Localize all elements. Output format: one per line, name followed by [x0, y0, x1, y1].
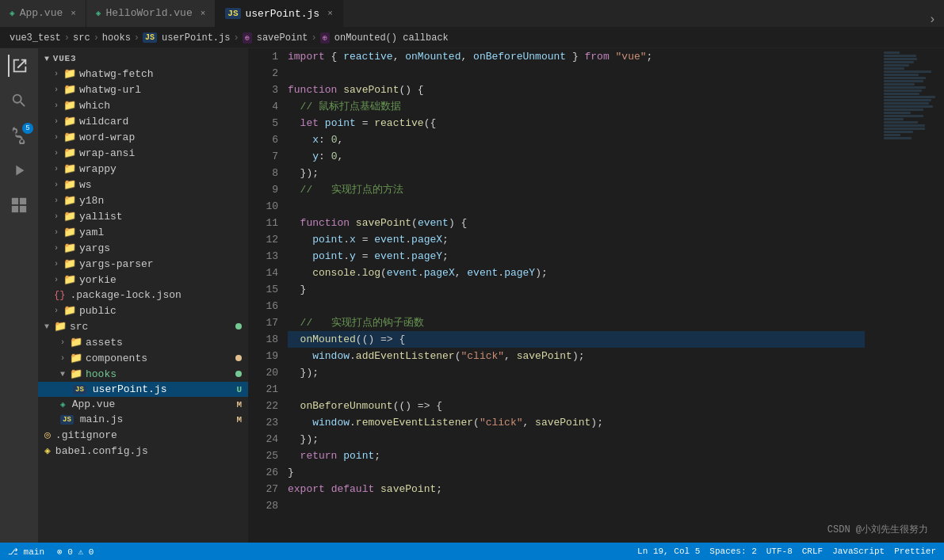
close-icon[interactable]: ×: [201, 9, 206, 18]
sidebar-section-header[interactable]: ▼ VUE3: [38, 51, 248, 66]
sidebar-item-gitignore[interactable]: ◎ .gitignore: [38, 427, 248, 443]
sidebar-item-label: src: [70, 321, 88, 333]
activity-debug[interactable]: [8, 159, 30, 181]
tab-app-vue[interactable]: ◈ App.vue ×: [0, 0, 86, 27]
sidebar-item-src[interactable]: ▼ 📁 src: [38, 318, 248, 334]
code-line-6: x: 0,: [288, 131, 865, 148]
activity-explorer[interactable]: [8, 55, 30, 77]
sidebar-item-wrap-ansi[interactable]: › 📁 wrap-ansi: [38, 145, 248, 161]
sidebar-item-which[interactable]: › 📁 which: [38, 97, 248, 113]
folder-icon: 📁: [63, 115, 76, 128]
code-line-18: onMounted(() => {: [288, 331, 865, 348]
sidebar-item-word-wrap[interactable]: › 📁 word-wrap: [38, 129, 248, 145]
status-spaces: Spaces: 2: [709, 547, 756, 556]
sidebar-item-wildcard[interactable]: › 📁 wildcard: [38, 113, 248, 129]
modified-dot: [235, 371, 242, 377]
code-line-16: [288, 298, 865, 314]
code-line-14: console.log(event.pageX, event.pageY);: [288, 265, 865, 281]
sidebar-item-whatwg-fetch[interactable]: › 📁 whatwg-fetch: [38, 66, 248, 82]
sidebar-item-main-js[interactable]: JS main.js M: [38, 412, 248, 427]
git-badge: U: [236, 385, 242, 394]
status-errors: ⊗ 0 ⚠ 0: [57, 547, 94, 557]
sidebar-item-yorkie[interactable]: › 📁 yorkie: [38, 272, 248, 288]
code-line-11: function savePoint(event) {: [288, 215, 865, 231]
sidebar-item-label: y18n: [79, 195, 104, 207]
sidebar-item-yargs-parser[interactable]: › 📁 yargs-parser: [38, 256, 248, 272]
sidebar-item-ws[interactable]: › 📁 ws: [38, 177, 248, 192]
sidebar-item-y18n[interactable]: › 📁 y18n: [38, 192, 248, 208]
sidebar-item-public[interactable]: › 📁 public: [38, 303, 248, 318]
json-icon: {}: [54, 290, 65, 301]
tab-label: userPoint.js: [246, 8, 320, 20]
sidebar-item-components[interactable]: › 📁 components: [38, 350, 248, 366]
status-language: JavaScript: [832, 547, 885, 556]
minimap: [881, 48, 944, 543]
activity-source-control[interactable]: 5: [8, 124, 30, 147]
tab-overflow-arrow[interactable]: ›: [920, 13, 944, 27]
sidebar-item-whatwg-url[interactable]: › 📁 whatwg-url: [38, 82, 248, 97]
status-position: Ln 19, Col 5: [637, 547, 700, 556]
watermark: CSDN @小刘先生很努力: [827, 523, 928, 536]
sidebar-item-userpoint-js[interactable]: JS userPoint.js U: [38, 382, 248, 397]
sidebar-item-babel-config[interactable]: ◈ babel.config.js: [38, 443, 248, 459]
folder-icon: 📁: [70, 368, 82, 380]
sidebar-item-label: yargs-parser: [79, 258, 154, 270]
sidebar-item-label: .package-lock.json: [70, 289, 181, 301]
sidebar: ▼ VUE3 › 📁 whatwg-fetch › 📁 whatwg-url ›…: [38, 48, 248, 543]
sidebar-item-yargs[interactable]: › 📁 yargs: [38, 240, 248, 256]
close-icon[interactable]: ×: [327, 9, 333, 18]
sidebar-item-wrappy[interactable]: › 📁 wrappy: [38, 161, 248, 177]
sidebar-item-assets[interactable]: › 📁 assets: [38, 334, 248, 350]
sidebar-section-label: VUE3: [53, 54, 77, 63]
folder-icon: 📁: [63, 226, 76, 238]
sidebar-item-label: components: [86, 352, 147, 364]
folder-icon: 📁: [63, 273, 76, 286]
git-badge: M: [236, 400, 242, 410]
sidebar-item-label: .gitignore: [55, 429, 117, 441]
status-formatter: Prettier: [894, 547, 936, 556]
modified-dot: [235, 355, 242, 361]
sidebar-item-yallist[interactable]: › 📁 yallist: [38, 208, 248, 224]
folder-icon: 📁: [70, 352, 82, 364]
code-line-23: window.removeEventListener("click", save…: [288, 414, 865, 431]
sidebar-item-package-lock-json[interactable]: {} .package-lock.json: [38, 288, 248, 303]
code-line-13: point.y = event.pageY;: [288, 248, 865, 265]
code-line-2: [288, 65, 865, 82]
svg-rect-0: [12, 198, 18, 204]
sidebar-item-app-vue[interactable]: ◈ App.vue M: [38, 397, 248, 412]
code-line-7: y: 0,: [288, 148, 865, 165]
code-line-12: point.x = event.pageX;: [288, 231, 865, 248]
line-numbers: 1234567891011121314151617181920212223242…: [248, 48, 288, 543]
sidebar-item-label: userPoint.js: [93, 383, 167, 395]
code-content[interactable]: import { reactive, onMounted, onBeforeUn…: [288, 48, 881, 543]
folder-icon: 📁: [54, 320, 67, 333]
code-line-22: onBeforeUnmount(() => {: [288, 398, 865, 414]
close-icon[interactable]: ×: [71, 9, 76, 18]
folder-icon: 📁: [63, 99, 76, 112]
sidebar-item-yaml[interactable]: › 📁 yaml: [38, 224, 248, 240]
tab-userpoint-js[interactable]: JS userPoint.js ×: [216, 0, 342, 27]
activity-search[interactable]: [8, 90, 30, 112]
tab-label: HelloWorld.vue: [105, 7, 192, 19]
sidebar-item-label: yaml: [79, 227, 104, 238]
folder-icon: 📁: [63, 131, 76, 143]
git-badge: M: [236, 415, 242, 425]
vue-icon: ◈: [60, 399, 66, 410]
sidebar-item-label: main.js: [80, 413, 124, 425]
sidebar-item-hooks[interactable]: ▼ 📁 hooks: [38, 366, 248, 382]
sidebar-item-label: babel.config.js: [55, 445, 148, 457]
activity-extensions[interactable]: [8, 194, 30, 216]
sidebar-item-label: which: [79, 100, 110, 112]
tab-helloworld-vue[interactable]: ◈ HelloWorld.vue ×: [86, 0, 216, 27]
code-line-28: [288, 497, 865, 514]
code-line-10: [288, 198, 865, 215]
modified-dot: [235, 323, 242, 330]
code-area[interactable]: 1234567891011121314151617181920212223242…: [248, 48, 881, 543]
folder-icon: 📁: [70, 336, 82, 349]
sidebar-item-label: word-wrap: [79, 131, 135, 143]
code-line-1: import { reactive, onMounted, onBeforeUn…: [288, 48, 865, 65]
status-eol: CRLF: [802, 547, 823, 556]
svg-rect-3: [20, 206, 26, 212]
svg-rect-2: [12, 206, 18, 212]
code-line-3: function savePoint() {: [288, 82, 865, 98]
